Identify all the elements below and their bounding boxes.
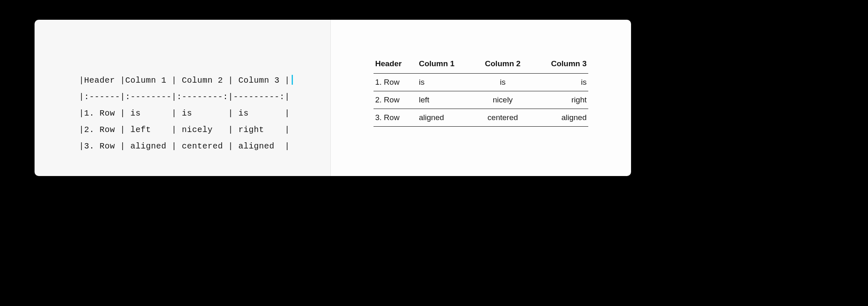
- editor-line[interactable]: |:------|:--------|:--------:|---------:…: [79, 92, 290, 102]
- table-cell: 1. Row: [374, 74, 417, 91]
- editor-line[interactable]: |Header |Column 1 | Column 2 | Column 3 …: [79, 76, 290, 85]
- text-cursor-icon: [292, 75, 293, 85]
- table-cell: nicely: [474, 91, 531, 109]
- table-row: 3. Row aligned centered aligned: [374, 109, 588, 127]
- table-cell: left: [417, 91, 474, 109]
- table-cell: right: [531, 91, 588, 109]
- editor-line[interactable]: |3. Row | aligned | centered | aligned |: [79, 141, 290, 151]
- table-cell: aligned: [531, 109, 588, 127]
- table-header-cell: Header: [374, 56, 417, 74]
- table-cell: is: [474, 74, 531, 91]
- editor-pane[interactable]: |Header |Column 1 | Column 2 | Column 3 …: [35, 20, 331, 176]
- table-row: 1. Row is is is: [374, 74, 588, 91]
- table-header-cell: Column 2: [474, 56, 531, 74]
- editor-line[interactable]: |1. Row | is | is | is |: [79, 109, 290, 118]
- editor-content[interactable]: |Header |Column 1 | Column 2 | Column 3 …: [79, 56, 330, 171]
- table-header-cell: Column 1: [417, 56, 474, 74]
- editor-line[interactable]: |2. Row | left | nicely | right |: [79, 125, 290, 134]
- table-header-row: Header Column 1 Column 2 Column 3: [374, 56, 588, 74]
- markdown-editor-window: |Header |Column 1 | Column 2 | Column 3 …: [35, 20, 631, 176]
- preview-pane: Header Column 1 Column 2 Column 3 1. Row…: [331, 20, 631, 176]
- table-cell: 3. Row: [374, 109, 417, 127]
- table-header-cell: Column 3: [531, 56, 588, 74]
- table-cell: is: [531, 74, 588, 91]
- table-cell: centered: [474, 109, 531, 127]
- preview-table: Header Column 1 Column 2 Column 3 1. Row…: [374, 56, 588, 127]
- table-cell: 2. Row: [374, 91, 417, 109]
- table-cell: is: [417, 74, 474, 91]
- table-cell: aligned: [417, 109, 474, 127]
- table-row: 2. Row left nicely right: [374, 91, 588, 109]
